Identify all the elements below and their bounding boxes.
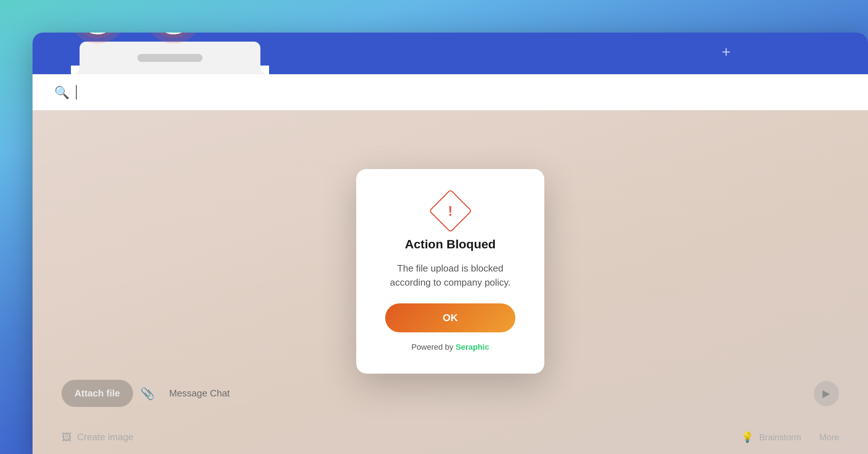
tab-title-pill (137, 54, 203, 62)
powered-brand: Seraphic (456, 342, 489, 352)
extension-icon-1[interactable]: 1 (69, 33, 127, 43)
modal-title: Action Bloqued (405, 237, 495, 251)
modal-body: The file upload is blocked according to … (385, 261, 515, 290)
extension-icon-2[interactable]: 1 (145, 33, 203, 43)
powered-label: Powered by (411, 342, 453, 352)
modal-overlay: ! Action Bloqued The file upload is bloc… (33, 110, 868, 454)
cursor (76, 85, 77, 100)
address-bar[interactable]: 🔍 (54, 85, 77, 100)
modal-powered-by: Powered by Seraphic (411, 342, 489, 352)
browser-frame: + 1 (33, 33, 868, 454)
search-icon: 🔍 (54, 85, 69, 100)
exclamation-mark: ! (448, 204, 453, 218)
modal-ok-button[interactable]: OK (385, 303, 515, 332)
new-tab-icon[interactable]: + (722, 43, 731, 61)
modal-card: ! Action Bloqued The file upload is bloc… (356, 169, 544, 374)
modal-warning-icon: ! (434, 194, 467, 227)
ok-label: OK (443, 312, 458, 323)
chat-area: Attach file 📎 ▶ 🖼 Create image 💡 Brainst… (33, 110, 868, 454)
